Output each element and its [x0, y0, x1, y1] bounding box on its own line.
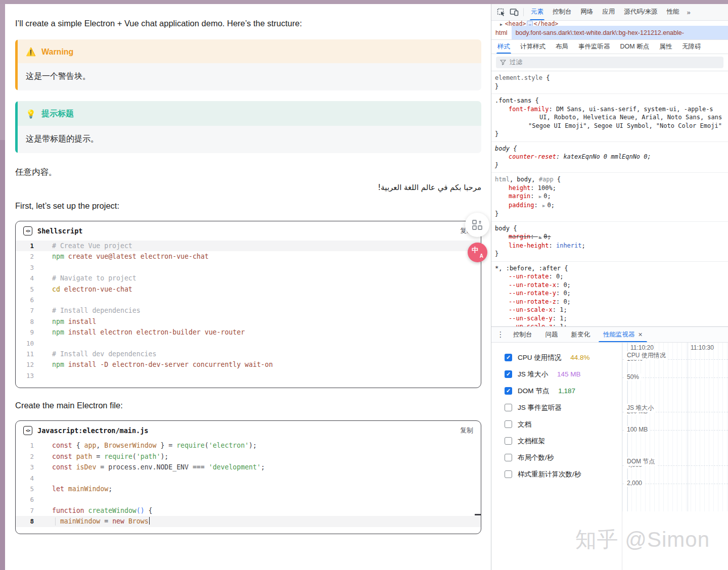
line-number: 13	[16, 370, 41, 381]
metric-label: 样式重新计算次数/秒	[518, 470, 581, 479]
filter-funnel-icon	[500, 60, 506, 65]
breadcrumb-item[interactable]: body.font-sans.dark\:text-white.dark\:bg…	[512, 26, 728, 39]
code-icon: <>	[23, 226, 32, 235]
css-declaration: padding: ▶0;	[495, 201, 725, 210]
screenshot-extension-button[interactable]	[465, 213, 489, 237]
metric-label: DOM 节点	[518, 387, 549, 396]
metric-value: 145 MB	[557, 370, 581, 378]
expand-arrow-icon[interactable]: ▶	[500, 22, 503, 26]
line-number: 6	[16, 494, 41, 505]
css-declaration: height: 100%;	[495, 184, 725, 193]
styles-tab[interactable]: 属性	[654, 40, 677, 54]
tip-accent-bar	[15, 101, 18, 153]
styles-tab[interactable]: DOM 断点	[615, 40, 655, 54]
warning-icon: ⚠️	[26, 47, 36, 57]
line-number: 5	[16, 284, 41, 295]
code-block-header: <> Javascript:electron/main.js 复制	[16, 421, 481, 438]
translate-extension-button[interactable]: 中 A	[468, 243, 487, 262]
code-line: 6	[16, 494, 481, 505]
line-number: 3	[16, 462, 41, 472]
styles-tab[interactable]: 事件监听器	[573, 40, 615, 54]
warning-header: ⚠️ Warning	[15, 39, 481, 63]
chart-section-title: DOM 节点	[625, 457, 657, 466]
metric-row: ✓DOM 节点1,187	[491, 383, 622, 399]
warning-body: 这是一个警告块。	[15, 63, 481, 90]
line-number: 6	[16, 295, 41, 305]
css-declaration: --un-rotate-x: 0;	[495, 281, 725, 290]
metric-checkbox[interactable]	[505, 437, 512, 445]
devtools-tab[interactable]: 元素	[526, 4, 548, 20]
gridline-major	[688, 343, 688, 511]
metric-row: 布局个数/秒	[491, 449, 622, 466]
kebab-menu-icon[interactable]: ⋮	[494, 330, 507, 339]
timeline-timestamp: 11:10:30	[691, 344, 714, 351]
copy-button[interactable]: 复制	[460, 426, 473, 435]
intro-paragraph: I’ll create a simple Electron + Vue chat…	[15, 18, 481, 29]
devtools-tab[interactable]: 源代码/来源	[620, 4, 662, 20]
metric-label: CPU 使用情况	[518, 353, 561, 362]
devtools-tab-bar: 元素控制台网络应用源代码/来源性能	[526, 4, 684, 20]
inspect-element-icon[interactable]	[494, 6, 508, 19]
line-number: 12	[16, 359, 41, 370]
line-number: 4	[16, 473, 41, 484]
styles-tab[interactable]: 布局	[551, 40, 573, 54]
css-declaration: --un-rotate: 0;	[495, 272, 725, 281]
devtools-tab[interactable]: 性能	[662, 4, 684, 20]
dom-tree-row-head[interactable]: ▶<head>…</head>	[491, 21, 728, 26]
metric-checkbox[interactable]	[505, 470, 512, 478]
arabic-text: مرحبا بكم في عالم اللغة العربية!	[15, 182, 481, 193]
devtools-toolbar: 元素控制台网络应用源代码/来源性能 »	[491, 4, 728, 21]
line-number: 7	[16, 505, 41, 516]
code-line: 1const { app, BrowserWindow } = require(…	[16, 440, 481, 451]
css-rule: body {counter-reset: katexEqnNo 0 mmlEqn…	[491, 142, 728, 173]
window-left-edge	[0, 0, 5, 570]
device-toolbar-icon[interactable]	[508, 6, 521, 19]
line-number: 8	[16, 516, 41, 527]
styles-tab[interactable]: 计算样式	[515, 40, 551, 54]
devtools-tab[interactable]: 网络	[576, 4, 598, 20]
devtools-tab[interactable]: 控制台	[548, 4, 576, 20]
metric-checkbox[interactable]: ✓	[505, 387, 512, 395]
drawer-tab[interactable]: 问题	[539, 327, 565, 342]
metric-checkbox[interactable]: ✓	[505, 354, 512, 361]
metric-checkbox[interactable]	[505, 454, 512, 461]
lightbulb-icon: 💡	[26, 109, 36, 119]
metric-checkbox[interactable]	[505, 420, 512, 428]
drawer-tab[interactable]: 新变化	[565, 327, 597, 342]
warning-accent-bar	[15, 39, 18, 90]
line-number: 10	[16, 338, 41, 349]
code-line: 3	[16, 262, 481, 273]
css-declaration: counter-reset: katexEqnNo 0 mmlEqnNo 0;	[495, 153, 725, 161]
chat-document-panel: I’ll create a simple Electron + Vue chat…	[5, 4, 491, 570]
line-number: 11	[16, 349, 41, 359]
performance-timeline-chart: 11:10:2011:10:30CPU 使用情况100%50%JS 堆大小200…	[622, 343, 728, 511]
ellipsis-button[interactable]: …	[527, 21, 532, 26]
css-rule: *, :before, :after {--un-rotate: 0;--un-…	[491, 262, 728, 328]
breadcrumb-item[interactable]: html	[491, 26, 512, 39]
styles-filter-input[interactable]: 过滤	[496, 57, 723, 68]
close-tab-icon[interactable]: ×	[639, 327, 643, 342]
filter-placeholder: 过滤	[510, 58, 522, 67]
drawer-tab[interactable]: 性能监视器×	[597, 327, 649, 342]
metric-checkbox[interactable]: ✓	[505, 370, 512, 378]
chart-section-title: CPU 使用情况	[625, 351, 668, 360]
styles-tab[interactable]: 样式	[492, 40, 515, 54]
css-declaration: --un-scale-x: 1;	[495, 306, 725, 314]
code-line: 8npm install	[16, 316, 481, 327]
drawer-tab[interactable]: 控制台	[507, 327, 539, 342]
code-block-title: Javascript:electron/main.js	[37, 426, 148, 435]
scrollbar-thumb[interactable]	[0, 140, 5, 570]
metric-row: 文档	[491, 416, 622, 433]
metric-label: JS 事件监听器	[518, 403, 562, 412]
code-line: 1# Create Vue project	[16, 241, 481, 251]
metric-checkbox[interactable]	[505, 404, 512, 411]
toolbar-separator	[523, 8, 524, 16]
scroll-indicator[interactable]	[475, 514, 481, 515]
metric-label: JS 堆大小	[518, 370, 548, 379]
metric-row: 样式重新计算次数/秒	[491, 466, 622, 483]
metric-value: 1,187	[558, 387, 575, 395]
devtools-tab[interactable]: 应用	[598, 4, 620, 20]
styles-tab[interactable]: 无障碍	[677, 40, 706, 54]
more-tabs-chevron-icon[interactable]: »	[687, 9, 690, 16]
code-line: 9npm install electron electron-builder v…	[16, 327, 481, 338]
